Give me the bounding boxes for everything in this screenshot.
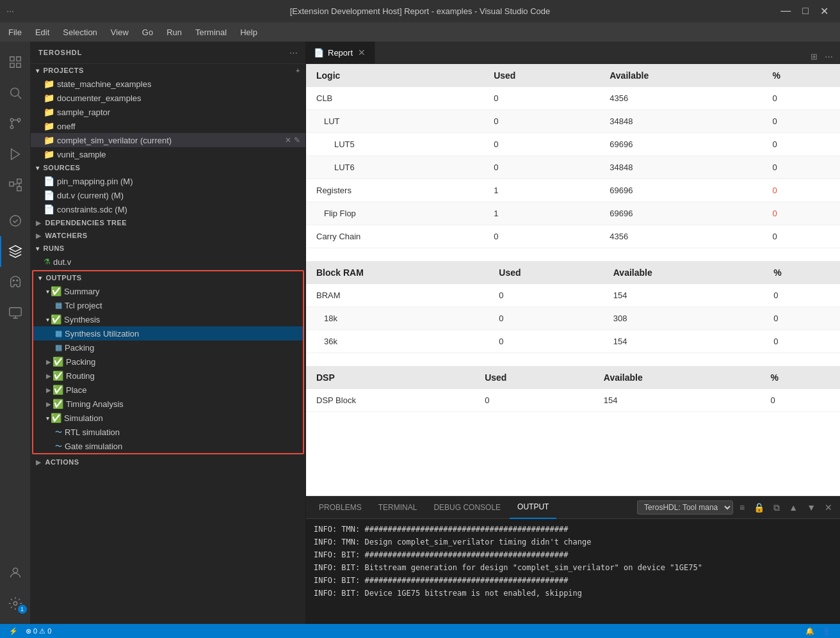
project-name: complet_sim_verilator (current) (57, 136, 172, 145)
source-pin-mapping[interactable]: 📄 pin_mapping.pin (M) (31, 174, 305, 188)
more-actions-button[interactable]: ⋯ (823, 50, 835, 63)
output-tcl-project[interactable]: ▦ Tcl project (33, 298, 303, 312)
output-summary[interactable]: ▾ ✅ Summary (33, 284, 303, 298)
clear-output-button[interactable]: ≡ (737, 501, 747, 514)
project-sample-raptor[interactable]: 📁 sample_raptor (31, 105, 305, 119)
status-errors[interactable]: ⊗ 0 ⚠ 0 (22, 627, 55, 635)
output-rtl-sim[interactable]: 〜 RTL simulation (33, 425, 303, 439)
activity-cat[interactable] (0, 267, 31, 298)
split-editor-button[interactable]: ⊞ (809, 50, 820, 63)
watchers-section-header[interactable]: ▶ WATCHERS (31, 229, 305, 242)
minimize-button[interactable]: — (775, 4, 796, 19)
close-button[interactable]: ✕ (815, 4, 834, 19)
bram-table: Block RAM Used Available % BRAM 0 154 0 … (306, 261, 840, 353)
menu-file[interactable]: File (3, 25, 27, 40)
project-oneff[interactable]: 📁 oneff (31, 119, 305, 133)
cell-available: 154 (603, 284, 763, 307)
output-gate-sim[interactable]: 〜 Gate simulation (33, 439, 303, 453)
tab-debug-console[interactable]: DEBUG CONSOLE (426, 497, 508, 519)
activity-extensions[interactable] (0, 170, 31, 200)
output-synthesis-statistics[interactable]: ▦ Packing (33, 340, 303, 355)
folder-icon: 📁 (44, 135, 54, 145)
window-menu-icon[interactable]: ⋯ (6, 7, 14, 16)
project-complet-sim[interactable]: 📁 complet_sim_verilator (current) ✕ ✎ (31, 133, 305, 147)
runs-section-header[interactable]: ▾ RUNS (31, 242, 305, 255)
output-routing[interactable]: ▶ ✅ Routing (33, 369, 303, 383)
output-tcl-label: Tcl project (65, 301, 102, 310)
sidebar-more-icon[interactable]: ⋯ (289, 48, 298, 58)
log-line: INFO: BIT: #############################… (314, 574, 832, 587)
project-documenter[interactable]: 📁 documenter_examples (31, 91, 305, 105)
outputs-section-header[interactable]: ▾ OUTPUTS (33, 271, 303, 284)
menu-run[interactable]: Run (161, 25, 187, 40)
report-tab[interactable]: 📄 Report ✕ (306, 42, 375, 63)
scroll-down-button[interactable]: ▼ (804, 501, 818, 514)
activity-search[interactable] (0, 77, 31, 108)
tab-problems[interactable]: PROBLEMS (311, 497, 369, 519)
routing-chevron: ▶ (46, 372, 51, 379)
cell-used: 0 (489, 284, 602, 307)
actions-section-header[interactable]: ▶ ACTIONS (31, 456, 305, 468)
folder-icon: 📁 (44, 107, 54, 117)
cell-percent: 0 (763, 307, 840, 330)
sidebar-header: TEROSHDL ⋯ (31, 42, 305, 64)
check-icon: ✅ (52, 371, 63, 381)
tab-terminal[interactable]: TERMINAL (371, 497, 425, 519)
menu-view[interactable]: View (106, 25, 134, 40)
project-state-machine[interactable]: 📁 state_machine_examples (31, 77, 305, 91)
sources-section-header[interactable]: ▾ SOURCES (31, 161, 305, 174)
projects-section-header[interactable]: ▾ PROJECTS + (31, 64, 305, 77)
titlebar-title: [Extension Development Host] Report - ex… (290, 6, 551, 16)
run-dut[interactable]: ⚗ dut.v (31, 255, 305, 269)
output-place[interactable]: ▶ ✅ Place (33, 383, 303, 397)
status-notifications[interactable]: 🔔 (802, 627, 818, 635)
output-simulation[interactable]: ▾ ✅ Simulation (33, 411, 303, 425)
menu-edit[interactable]: Edit (30, 25, 54, 40)
run-icon: ⚗ (44, 257, 51, 266)
project-vunit[interactable]: 📁 vunit_sample (31, 147, 305, 161)
tab-close-button[interactable]: ✕ (357, 46, 367, 59)
svg-point-9 (10, 216, 20, 227)
activity-explorer[interactable] (0, 47, 31, 77)
check-icon: ✅ (52, 399, 63, 409)
deps-section-header[interactable]: ▶ DEPENDENCIES TREE (31, 216, 305, 229)
sim-chevron: ▾ (46, 415, 49, 422)
output-synthesis-utilization[interactable]: ▦ Synthesis Utilization (33, 326, 303, 340)
source-dut[interactable]: 📄 dut.v (current) (M) (31, 188, 305, 202)
status-account[interactable]: 👤 (818, 627, 835, 635)
activity-teroshdl[interactable] (0, 205, 31, 236)
output-source-select[interactable]: TerosHDL: Tool mana (637, 500, 733, 514)
cell-percent: 0 (763, 284, 840, 307)
close-panel-button[interactable]: ✕ (822, 501, 835, 514)
menu-help[interactable]: Help (235, 25, 262, 40)
source-constraints[interactable]: 📄 constraints.sdc (M) (31, 202, 305, 216)
activity-source-control[interactable] (0, 108, 31, 139)
activity-account[interactable] (0, 557, 31, 588)
menu-selection[interactable]: Selection (58, 25, 102, 40)
output-timing[interactable]: ▶ ✅ Timing Analysis (33, 397, 303, 411)
watchers-label: WATCHERS (45, 232, 88, 239)
window-controls: — □ ✕ (775, 4, 834, 19)
menu-terminal[interactable]: Terminal (190, 25, 232, 40)
activity-remote[interactable] (0, 298, 31, 328)
menu-go[interactable]: Go (137, 25, 158, 40)
cell-used: 0 (474, 389, 594, 412)
close-icon[interactable]: ✕ (285, 136, 291, 145)
activity-settings[interactable]: 1 (0, 588, 31, 619)
edit-icon[interactable]: ✎ (294, 136, 300, 145)
cell-percent: 0 (762, 202, 840, 225)
output-synthesis[interactable]: ▾ ✅ Synthesis (33, 312, 303, 326)
report-content: Logic Used Available % CLB 0 4356 0 LUT (306, 64, 840, 496)
output-packing[interactable]: ▶ ✅ Packing (33, 355, 303, 369)
lock-output-button[interactable]: 🔒 (751, 501, 767, 514)
sidebar-content: ▾ PROJECTS + 📁 state_machine_examples 📁 … (31, 64, 305, 624)
cell-available: 154 (594, 389, 761, 412)
copy-output-button[interactable]: ⧉ (771, 501, 782, 514)
activity-teroshdl-active[interactable] (0, 236, 31, 267)
scroll-up-button[interactable]: ▲ (786, 501, 800, 514)
tab-output[interactable]: OUTPUT (510, 497, 556, 519)
add-project-button[interactable]: + (296, 67, 300, 74)
activity-debug[interactable] (0, 139, 31, 170)
maximize-button[interactable]: □ (797, 4, 814, 19)
status-remote[interactable]: ⚡ (5, 627, 22, 635)
